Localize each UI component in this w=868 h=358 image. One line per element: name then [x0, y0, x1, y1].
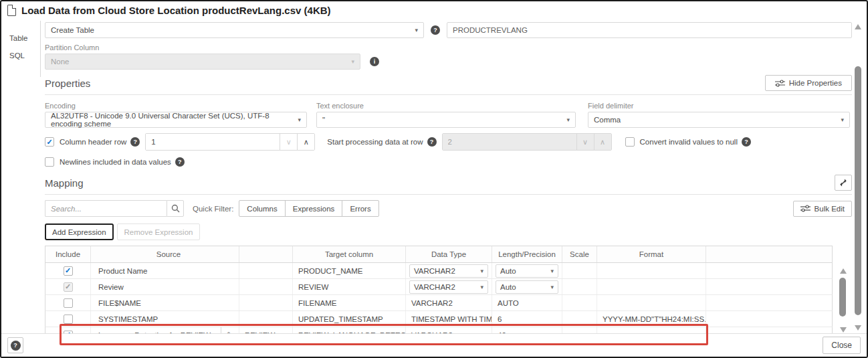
data-type-cell: VARCHAR2: [406, 295, 492, 310]
chevron-down-icon: ▾: [841, 116, 844, 123]
scroll-up-arrow[interactable]: [855, 24, 861, 29]
table-row: ✓ Review REVIEW VARCHAR2▾ Auto▾: [45, 279, 833, 295]
source-cell: SYSTIMESTAMP: [91, 311, 239, 327]
table-row: SYSTIMESTAMP UPDATED_TIMESTAMP TIMESTAMP…: [45, 311, 833, 327]
column-header-row-checkbox[interactable]: ✓: [45, 137, 54, 147]
table-scrollbar: [837, 268, 849, 333]
expression-source-cell: [239, 263, 293, 278]
section-divider: [45, 194, 852, 195]
dialog-titlebar: Load Data from Cloud Store Location prod…: [1, 1, 867, 19]
check-icon: ✓: [46, 139, 52, 146]
hide-properties-button[interactable]: Hide Properties: [765, 75, 852, 91]
data-type-value: VARCHAR2: [414, 267, 455, 275]
filter-expressions-button[interactable]: Expressions: [285, 200, 343, 217]
col-header-include: Include: [45, 246, 91, 262]
section-divider: [45, 94, 852, 95]
sliders-icon: [800, 205, 810, 212]
col-header-source: Source: [91, 246, 239, 262]
convert-invalid-checkbox[interactable]: [625, 137, 635, 147]
search-button[interactable]: [167, 200, 184, 217]
help-icon[interactable]: ?: [427, 137, 437, 147]
close-button[interactable]: Close: [823, 337, 861, 354]
col-header-scale: Scale: [562, 246, 597, 262]
help-icon[interactable]: ?: [431, 25, 440, 35]
partition-column-value: None: [51, 58, 70, 66]
format-cell: [597, 263, 706, 278]
scrollbar-thumb[interactable]: [839, 278, 846, 317]
include-checkbox[interactable]: [64, 298, 73, 308]
add-expression-button[interactable]: Add Expression: [45, 223, 114, 240]
include-checkbox: ✓: [64, 282, 73, 292]
main-content: Create Table ▾ ? Partition Column None ▾…: [41, 19, 867, 335]
help-icon[interactable]: ?: [175, 157, 185, 167]
length-select[interactable]: Auto▾: [496, 280, 558, 294]
scroll-up-arrow[interactable]: [840, 268, 847, 274]
column-header-row-stepper: ∨ ∧: [145, 133, 315, 151]
length-cell: AUTO: [492, 295, 562, 310]
search-input[interactable]: [45, 200, 167, 217]
column-header-row-label: Column header row: [60, 138, 126, 146]
include-checkbox[interactable]: [64, 315, 73, 324]
target-cell: FILENAME: [293, 295, 406, 310]
scroll-down-arrow[interactable]: [840, 327, 847, 333]
newlines-label: Newlines included in data values: [60, 158, 171, 166]
chevron-down-icon: ▾: [566, 116, 570, 123]
include-checkbox[interactable]: ✓: [64, 266, 73, 276]
scrollbar-thumb[interactable]: [855, 66, 861, 315]
table-row: FILE$NAME FILENAME VARCHAR2 AUTO: [45, 295, 833, 311]
table-name-input[interactable]: [447, 22, 852, 38]
col-header-format: Format: [597, 246, 706, 262]
target-cell: REVIEW: [293, 279, 406, 294]
col-header-target: Target column: [293, 246, 406, 262]
field-delimiter-value: Comma: [594, 116, 621, 124]
expand-icon: [839, 179, 847, 187]
info-icon[interactable]: i: [370, 57, 379, 66]
table-row: ✓ Product Name PRODUCT_NAME VARCHAR2▾ Au…: [45, 263, 833, 279]
length-value: Auto: [500, 267, 516, 275]
load-option-select[interactable]: Create Table ▾: [45, 22, 424, 38]
col-header-length: Length/Precision: [492, 246, 562, 262]
text-enclosure-select[interactable]: " ▾: [316, 112, 576, 128]
partition-column-select: None ▾: [45, 54, 360, 70]
chevron-down-icon: ▾: [415, 27, 418, 33]
sidebar-item-sql[interactable]: SQL: [1, 47, 41, 64]
sidebar-item-table[interactable]: Table: [1, 29, 41, 47]
remove-expression-button: Remove Expression: [117, 223, 201, 240]
encoding-value: AL32UTF8 - Unicode 9.0 Universal Charact…: [51, 112, 298, 128]
length-value: Auto: [500, 283, 516, 291]
filter-columns-button[interactable]: Columns: [239, 200, 285, 217]
expression-source-cell: [239, 311, 293, 327]
source-cell: Review: [91, 279, 239, 294]
data-type-select[interactable]: VARCHAR2▾: [409, 280, 488, 294]
data-type-select[interactable]: VARCHAR2▾: [409, 264, 488, 278]
filter-errors-button[interactable]: Errors: [342, 200, 378, 217]
field-delimiter-select[interactable]: Comma ▾: [588, 112, 850, 128]
expression-source-cell: [239, 279, 293, 294]
bulk-edit-label: Bulk Edit: [815, 205, 845, 213]
help-button[interactable]: ?: [7, 337, 23, 353]
data-type-cell: TIMESTAMP WITH TIME ZONE: [406, 311, 492, 327]
check-icon: ✓: [65, 283, 71, 290]
help-icon[interactable]: ?: [742, 137, 751, 147]
newlines-checkbox[interactable]: [45, 157, 54, 167]
column-header-row-input[interactable]: [146, 134, 280, 150]
check-icon: ✓: [65, 267, 71, 274]
stepper-up-button[interactable]: ∧: [297, 134, 314, 150]
help-icon[interactable]: ?: [130, 137, 140, 147]
data-type-value: VARCHAR2: [414, 283, 455, 291]
format-cell: [597, 279, 706, 294]
start-row-input: [443, 134, 576, 150]
load-option-value: Create Table: [51, 26, 94, 34]
expand-button[interactable]: [835, 175, 852, 191]
properties-heading: Properties: [45, 78, 90, 89]
chevron-down-icon: ▾: [351, 58, 354, 65]
encoding-select[interactable]: AL32UTF8 - Unicode 9.0 Universal Charact…: [45, 112, 307, 128]
bulk-edit-button[interactable]: Bulk Edit: [793, 201, 852, 217]
source-cell: Product Name: [91, 263, 239, 278]
stepper-down-button[interactable]: ∨: [280, 134, 297, 150]
chevron-down-icon: ▾: [480, 284, 483, 290]
partition-column-label: Partition Column: [45, 43, 852, 52]
scroll-down-arrow[interactable]: [855, 325, 861, 331]
length-select[interactable]: Auto▾: [496, 264, 558, 278]
search-group: [45, 200, 184, 217]
